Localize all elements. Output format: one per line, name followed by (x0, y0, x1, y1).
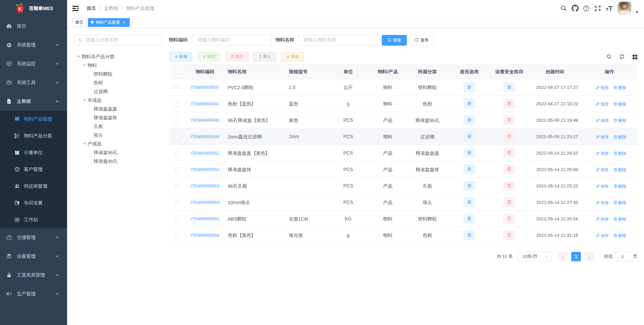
svg-text:23: 23 (15, 202, 17, 203)
svg-text:K: K (18, 6, 22, 12)
